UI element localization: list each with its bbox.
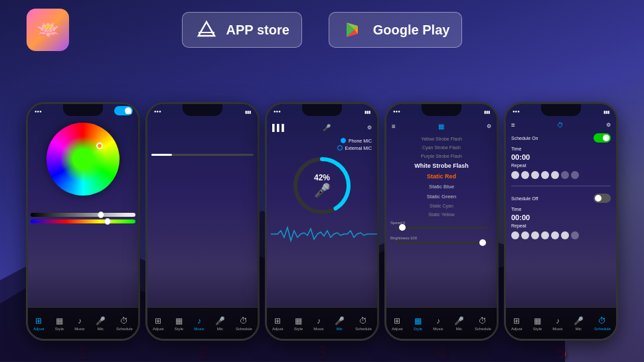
nav4-adjust[interactable]: ⊞ Adjust (392, 316, 403, 331)
grid-icon: ▦ (438, 123, 444, 130)
nav5-schedule[interactable]: ⏱ Schedule (594, 316, 611, 331)
speed-slider[interactable] (394, 227, 489, 229)
nav4-schedule[interactable]: ⏱ Schedule (475, 316, 491, 331)
repeat-dot-1-7[interactable] (571, 171, 579, 179)
repeat-label-1: Repeat (511, 163, 526, 168)
schedule-on-toggle[interactable] (594, 133, 611, 143)
nav3-style[interactable]: ▦ Style (294, 316, 303, 331)
phone-2-status-bar: ●●● 17:50 ▮▮▮ (154, 106, 251, 117)
phone-1-screen: ●●● 17:51 ▮▮▮ ≡ ▌▌▌ ⚙ (28, 104, 138, 339)
effect-2[interactable]: Purple Strobe Flash (420, 152, 463, 160)
phone4-settings: ⚙ (487, 123, 491, 129)
nav2-style[interactable]: ▦ Style (175, 316, 183, 331)
external-mic-label: External MIC (345, 146, 372, 151)
nav-schedule[interactable]: ⏱ Schedule (116, 316, 133, 331)
nav4-mic[interactable]: 🎤 Mic (454, 316, 464, 331)
music-progress-bar[interactable] (151, 154, 254, 156)
effect-0[interactable]: Yellow Strobe Flash (420, 135, 463, 143)
phone-4-column: ●●● 17:50 ▮▮▮ ≡ ▦ ⚙ Yellow Strobe Flash … (384, 102, 499, 362)
nav2-schedule[interactable]: ⏱ Schedule (236, 316, 252, 331)
phone-3: ●●● 17:50 ▮▮▮ ▌▌▌ 🎤 ⚙ (265, 102, 379, 341)
nav4-music[interactable]: ♪ Music (433, 316, 443, 331)
repeat-dot-2-3[interactable] (531, 231, 539, 239)
phone-5-column: ●●● 17:43 ▮▮▮ ≡ ⏱ ⚙ Schedule On (504, 102, 618, 362)
phone-5: ●●● 17:43 ▮▮▮ ≡ ⏱ ⚙ Schedule On (504, 102, 618, 341)
app-store-badge[interactable]: APP store (182, 12, 302, 48)
nav-adjust[interactable]: ⊞ Adjust (33, 316, 44, 331)
repeat-dot-1-5[interactable] (551, 171, 559, 179)
phones-area: ●●● 17:51 ▮▮▮ ≡ ▌▌▌ ⚙ (0, 60, 644, 362)
phone-2-time: 17:50 (197, 109, 209, 114)
nav5-adjust[interactable]: ⊞ Adjust (511, 316, 523, 331)
schedule-time-row-2: Time (506, 205, 616, 213)
nav3-schedule-icon: ⏱ (359, 316, 367, 326)
main-container: 🪷 APP store (0, 0, 644, 362)
repeat-dot-2-7[interactable] (571, 231, 579, 239)
nav5-style[interactable]: ▦ Style (533, 316, 542, 331)
repeat-dot-1-2[interactable] (521, 171, 529, 179)
color-wheel[interactable] (46, 123, 120, 196)
effect-5[interactable]: Static Blue (428, 182, 455, 191)
nav3-music-label: Music (313, 327, 324, 331)
nav2-mic-label: Mic (217, 327, 223, 331)
effect-1[interactable]: Cyan Strobe Flash (421, 144, 462, 151)
repeat-dot-1-4[interactable] (541, 171, 549, 179)
effect-4[interactable]: Static Red (426, 172, 457, 181)
nav5-music[interactable]: ♪ Music (552, 316, 563, 331)
nav2-mic[interactable]: 🎤 Mic (215, 316, 225, 331)
nav4-style[interactable]: ▦ Style (414, 316, 422, 331)
repeat-dot-2-4[interactable] (541, 231, 549, 239)
google-play-badge[interactable]: Google Play (329, 12, 463, 48)
nav-mic[interactable]: 🎤 Mic (96, 316, 106, 331)
nav3-schedule[interactable]: ⏱ Schedule (355, 316, 372, 331)
effect-7[interactable]: Static Cyan (428, 202, 455, 210)
hue-slider[interactable] (31, 219, 135, 223)
repeat-dot-1-1[interactable] (511, 171, 519, 179)
time-label-2: Time (511, 207, 521, 211)
nav3-adjust[interactable]: ⊞ Adjust (272, 316, 283, 331)
time-value-1[interactable]: 00:00 (506, 153, 616, 161)
time-value-2[interactable]: 00:00 (506, 213, 616, 221)
repeat-dot-2-2[interactable] (521, 231, 529, 239)
equalizer-bars-icon: ▌▌▌ (272, 124, 286, 131)
nav4-adjust-icon: ⊞ (394, 316, 400, 326)
phone-4-status-bar: ●●● 17:50 ▮▮▮ (393, 106, 490, 117)
repeat-dot-1-6[interactable] (561, 171, 569, 179)
phone-4-time: 17:50 (436, 109, 448, 114)
brightness-slider2[interactable] (394, 242, 489, 244)
nav3-music[interactable]: ♪ Music (313, 316, 324, 331)
nav2-music[interactable]: ♪ Music (194, 316, 204, 331)
nav5-style-label: Style (533, 327, 542, 331)
repeat-dot-2-5[interactable] (551, 231, 559, 239)
nav4-mic-label: Mic (456, 327, 462, 331)
external-mic-option[interactable]: External MIC (337, 145, 372, 151)
repeat-dot-1-3[interactable] (531, 171, 539, 179)
nav3-mic[interactable]: 🎤 Mic (335, 316, 345, 331)
nav5-adjust-label: Adjust (511, 327, 523, 331)
phone5-header: ≡ ⏱ ⚙ (506, 119, 616, 131)
brightness-slider[interactable] (31, 213, 135, 217)
speed-control: Speed:0 (386, 218, 497, 233)
color-selector-dot (96, 143, 103, 149)
phone-mic-radio (341, 138, 346, 143)
repeat-dot-2-6[interactable] (561, 231, 569, 239)
schedule-icon: ⏱ (120, 316, 128, 326)
phone-mic-option[interactable]: Phone MIC (341, 138, 372, 143)
schedule-off-toggle[interactable] (594, 194, 611, 203)
nav3-style-label: Style (294, 327, 303, 331)
nav5-mic[interactable]: 🎤 Mic (574, 316, 584, 331)
phone-5-screen: ●●● 17:43 ▮▮▮ ≡ ⏱ ⚙ Schedule On (506, 104, 616, 339)
repeat-dot-2-1[interactable] (511, 231, 519, 239)
nav-style[interactable]: ▦ Style (55, 316, 64, 331)
app-store-label: APP store (226, 23, 289, 38)
mic-symbol[interactable]: 🎤 (314, 182, 331, 198)
nav4-style-label: Style (414, 327, 422, 331)
nav2-adjust[interactable]: ⊞ Adjust (153, 316, 164, 331)
effect-3[interactable]: White Strobe Flash (413, 161, 470, 170)
effect-8[interactable]: Static Yellow (427, 211, 455, 218)
effect-6[interactable]: Static Green (426, 192, 457, 201)
hue-dot (104, 218, 111, 225)
nav5-mic-label: Mic (576, 327, 582, 331)
nav-music[interactable]: ♪ Music (74, 316, 85, 331)
phone-3-column: ●●● 17:50 ▮▮▮ ▌▌▌ 🎤 ⚙ (265, 102, 379, 362)
